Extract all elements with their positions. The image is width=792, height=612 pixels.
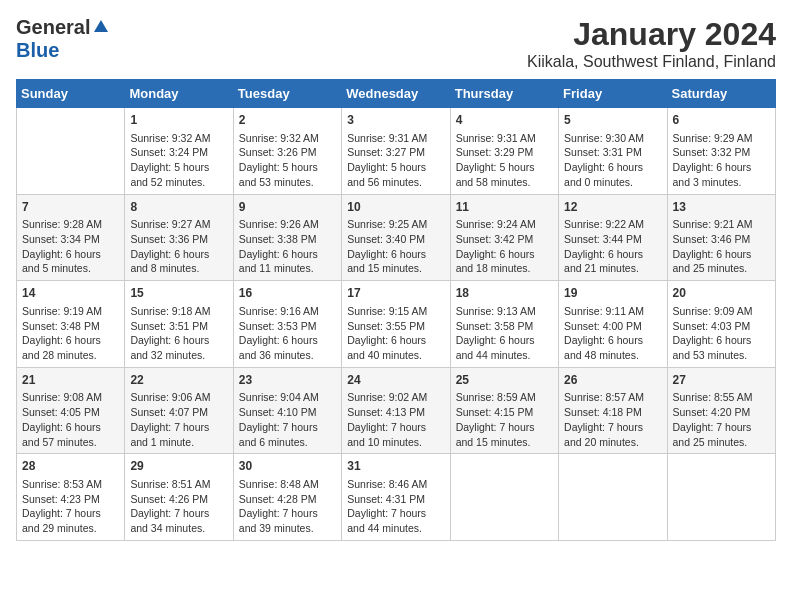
day-info: Daylight: 6 hours xyxy=(673,333,770,348)
calendar-cell: 5Sunrise: 9:30 AMSunset: 3:31 PMDaylight… xyxy=(559,108,667,195)
logo-blue-text: Blue xyxy=(16,39,59,61)
logo-general-text: General xyxy=(16,16,90,39)
day-info: and 52 minutes. xyxy=(130,175,227,190)
day-info: Sunrise: 9:11 AM xyxy=(564,304,661,319)
header-day-wednesday: Wednesday xyxy=(342,80,450,108)
title-block: January 2024 Kiikala, Southwest Finland,… xyxy=(527,16,776,71)
day-info: Daylight: 6 hours xyxy=(564,160,661,175)
day-info: and 32 minutes. xyxy=(130,348,227,363)
day-info: Sunset: 3:24 PM xyxy=(130,145,227,160)
day-info: Sunset: 4:23 PM xyxy=(22,492,119,507)
calendar-week-row: 21Sunrise: 9:08 AMSunset: 4:05 PMDayligh… xyxy=(17,367,776,454)
day-info: Daylight: 6 hours xyxy=(239,247,336,262)
day-info: Daylight: 5 hours xyxy=(347,160,444,175)
day-info: Daylight: 6 hours xyxy=(564,333,661,348)
day-number: 10 xyxy=(347,199,444,216)
day-number: 6 xyxy=(673,112,770,129)
calendar-cell: 25Sunrise: 8:59 AMSunset: 4:15 PMDayligh… xyxy=(450,367,558,454)
day-number: 29 xyxy=(130,458,227,475)
day-number: 19 xyxy=(564,285,661,302)
day-number: 18 xyxy=(456,285,553,302)
day-info: and 15 minutes. xyxy=(347,261,444,276)
day-info: and 34 minutes. xyxy=(130,521,227,536)
day-info: Sunrise: 8:57 AM xyxy=(564,390,661,405)
day-info: and 11 minutes. xyxy=(239,261,336,276)
calendar-cell: 11Sunrise: 9:24 AMSunset: 3:42 PMDayligh… xyxy=(450,194,558,281)
day-info: Sunrise: 9:04 AM xyxy=(239,390,336,405)
day-info: Sunrise: 8:48 AM xyxy=(239,477,336,492)
calendar-cell: 14Sunrise: 9:19 AMSunset: 3:48 PMDayligh… xyxy=(17,281,125,368)
day-info: Sunrise: 9:15 AM xyxy=(347,304,444,319)
calendar-cell: 23Sunrise: 9:04 AMSunset: 4:10 PMDayligh… xyxy=(233,367,341,454)
day-info: Sunrise: 9:30 AM xyxy=(564,131,661,146)
day-info: Daylight: 7 hours xyxy=(22,506,119,521)
calendar-week-row: 1Sunrise: 9:32 AMSunset: 3:24 PMDaylight… xyxy=(17,108,776,195)
day-number: 3 xyxy=(347,112,444,129)
day-info: Sunset: 4:20 PM xyxy=(673,405,770,420)
day-info: Daylight: 6 hours xyxy=(130,247,227,262)
calendar-cell: 19Sunrise: 9:11 AMSunset: 4:00 PMDayligh… xyxy=(559,281,667,368)
header-day-sunday: Sunday xyxy=(17,80,125,108)
day-number: 26 xyxy=(564,372,661,389)
day-number: 15 xyxy=(130,285,227,302)
day-info: Sunset: 4:13 PM xyxy=(347,405,444,420)
day-number: 8 xyxy=(130,199,227,216)
day-info: Sunrise: 9:08 AM xyxy=(22,390,119,405)
day-info: Daylight: 6 hours xyxy=(673,247,770,262)
day-info: and 48 minutes. xyxy=(564,348,661,363)
day-info: Daylight: 5 hours xyxy=(456,160,553,175)
day-info: Sunset: 3:27 PM xyxy=(347,145,444,160)
day-info: Sunset: 4:31 PM xyxy=(347,492,444,507)
day-info: and 0 minutes. xyxy=(564,175,661,190)
calendar-cell: 8Sunrise: 9:27 AMSunset: 3:36 PMDaylight… xyxy=(125,194,233,281)
day-info: Sunrise: 9:26 AM xyxy=(239,217,336,232)
day-info: Sunrise: 8:46 AM xyxy=(347,477,444,492)
day-info: Sunrise: 9:31 AM xyxy=(456,131,553,146)
day-info: Sunrise: 9:13 AM xyxy=(456,304,553,319)
day-info: Daylight: 7 hours xyxy=(673,420,770,435)
calendar-cell: 9Sunrise: 9:26 AMSunset: 3:38 PMDaylight… xyxy=(233,194,341,281)
calendar-cell: 10Sunrise: 9:25 AMSunset: 3:40 PMDayligh… xyxy=(342,194,450,281)
day-info: Sunset: 3:58 PM xyxy=(456,319,553,334)
day-number: 4 xyxy=(456,112,553,129)
day-info: Sunrise: 9:16 AM xyxy=(239,304,336,319)
day-info: Sunset: 3:48 PM xyxy=(22,319,119,334)
day-number: 22 xyxy=(130,372,227,389)
calendar-cell: 24Sunrise: 9:02 AMSunset: 4:13 PMDayligh… xyxy=(342,367,450,454)
day-info: and 36 minutes. xyxy=(239,348,336,363)
day-number: 16 xyxy=(239,285,336,302)
day-info: Daylight: 7 hours xyxy=(130,420,227,435)
day-info: Sunset: 3:32 PM xyxy=(673,145,770,160)
day-info: Sunset: 4:03 PM xyxy=(673,319,770,334)
calendar-cell: 29Sunrise: 8:51 AMSunset: 4:26 PMDayligh… xyxy=(125,454,233,541)
header-day-tuesday: Tuesday xyxy=(233,80,341,108)
calendar-cell: 17Sunrise: 9:15 AMSunset: 3:55 PMDayligh… xyxy=(342,281,450,368)
day-info: Sunrise: 9:09 AM xyxy=(673,304,770,319)
day-info: Sunset: 4:07 PM xyxy=(130,405,227,420)
day-number: 5 xyxy=(564,112,661,129)
day-info: and 44 minutes. xyxy=(456,348,553,363)
day-info: Sunrise: 9:32 AM xyxy=(130,131,227,146)
day-info: Sunrise: 8:51 AM xyxy=(130,477,227,492)
day-info: and 21 minutes. xyxy=(564,261,661,276)
day-info: Sunset: 3:51 PM xyxy=(130,319,227,334)
calendar-week-row: 28Sunrise: 8:53 AMSunset: 4:23 PMDayligh… xyxy=(17,454,776,541)
day-info: and 1 minute. xyxy=(130,435,227,450)
day-info: and 29 minutes. xyxy=(22,521,119,536)
day-info: and 25 minutes. xyxy=(673,261,770,276)
day-info: Sunset: 3:31 PM xyxy=(564,145,661,160)
calendar-cell xyxy=(450,454,558,541)
day-info: Daylight: 6 hours xyxy=(456,333,553,348)
day-info: Sunset: 3:38 PM xyxy=(239,232,336,247)
logo-triangle-icon xyxy=(92,18,110,36)
calendar-week-row: 7Sunrise: 9:28 AMSunset: 3:34 PMDaylight… xyxy=(17,194,776,281)
day-info: and 53 minutes. xyxy=(673,348,770,363)
day-info: Daylight: 5 hours xyxy=(130,160,227,175)
calendar-cell: 21Sunrise: 9:08 AMSunset: 4:05 PMDayligh… xyxy=(17,367,125,454)
day-info: Sunrise: 9:24 AM xyxy=(456,217,553,232)
day-number: 31 xyxy=(347,458,444,475)
calendar-cell xyxy=(559,454,667,541)
day-info: Sunrise: 8:59 AM xyxy=(456,390,553,405)
header-day-thursday: Thursday xyxy=(450,80,558,108)
day-info: Sunrise: 9:32 AM xyxy=(239,131,336,146)
